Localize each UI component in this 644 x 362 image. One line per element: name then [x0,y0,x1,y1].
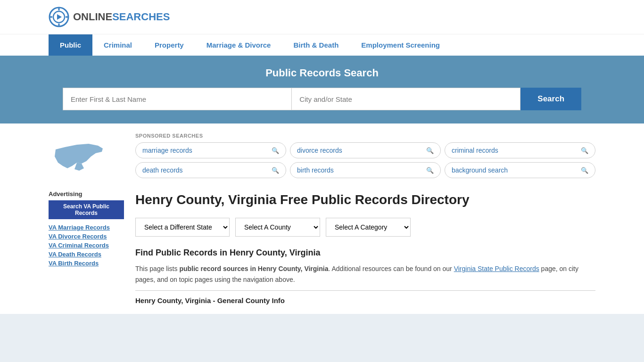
sidebar-link-divorce[interactable]: VA Divorce Records [49,233,124,240]
left-sidebar: Advertising Search VA Public Records VA … [49,133,124,304]
county-info-heading: Henry County, Virginia - General County … [135,296,595,304]
sponsored-pill-death[interactable]: death records 🔍 [135,162,286,178]
search-icon-birth: 🔍 [426,167,434,174]
body-text-2: . Additional resources can be found on o… [328,265,454,272]
search-icon-death: 🔍 [272,167,279,174]
right-content: SPONSORED SEARCHES marriage records 🔍 di… [135,133,595,304]
sponsored-pill-background[interactable]: background search 🔍 [445,162,595,178]
sponsored-pill-marriage-label: marriage records [142,147,192,154]
state-dropdown[interactable]: Select a Different State [135,218,230,237]
sponsored-pill-background-label: background search [452,166,508,174]
sponsored-pill-birth-label: birth records [297,166,334,174]
search-form: Search [63,88,581,110]
sidebar-link-criminal[interactable]: VA Criminal Records [49,242,124,249]
search-banner: Public Records Search Search [0,56,644,123]
nav-item-public[interactable]: Public [49,34,92,56]
search-banner-title: Public Records Search [49,67,595,79]
state-map [49,133,110,185]
sidebar-link-marriage[interactable]: VA Marriage Records [49,224,124,231]
logo-text: ONLINESEARCHES [73,11,170,23]
divider [135,290,595,291]
sidebar-link-birth[interactable]: VA Birth Records [49,260,124,267]
sponsored-pill-criminal[interactable]: criminal records 🔍 [445,142,595,158]
body-paragraph: This page lists public record sources in… [135,263,595,285]
body-text-1: This page lists [135,265,179,272]
body-bold: public record sources in Henry County, V… [179,265,328,272]
sponsored-label: SPONSORED SEARCHES [135,133,595,139]
nav-item-birth-death[interactable]: Birth & Death [282,34,350,56]
find-heading: Find Public Records in Henry County, Vir… [135,248,595,258]
sponsored-pill-criminal-label: criminal records [452,147,498,154]
search-icon-criminal: 🔍 [581,147,588,154]
svg-marker-6 [57,14,62,20]
location-input[interactable] [291,88,520,110]
page-heading: Henry County, Virginia Free Public Recor… [135,191,595,208]
logo[interactable]: ONLINESEARCHES [49,7,170,27]
sponsored-grid: marriage records 🔍 divorce records 🔍 cri… [135,142,595,178]
logo-icon [49,7,69,27]
sponsored-pill-birth[interactable]: birth records 🔍 [290,162,441,178]
nav-bar: Public Criminal Property Marriage & Divo… [0,34,644,56]
county-dropdown[interactable]: Select A County [235,218,320,237]
virginia-state-link[interactable]: Virginia State Public Records [454,265,539,272]
name-input[interactable] [63,88,291,110]
nav-item-marriage-divorce[interactable]: Marriage & Divorce [195,34,282,56]
nav-inner: Public Criminal Property Marriage & Divo… [30,34,614,56]
sponsored-pill-marriage[interactable]: marriage records 🔍 [135,142,286,158]
nav-item-employment[interactable]: Employment Screening [350,34,451,56]
dropdowns-row: Select a Different State Select A County… [135,218,595,237]
search-icon-background: 🔍 [581,167,588,174]
category-dropdown[interactable]: Select A Category [326,218,411,237]
sidebar-link-death[interactable]: VA Death Records [49,251,124,258]
nav-item-criminal[interactable]: Criminal [92,34,143,56]
sponsored-pill-death-label: death records [142,166,183,174]
search-icon-marriage: 🔍 [272,147,279,154]
header: ONLINESEARCHES [30,0,614,34]
ad-search-button[interactable]: Search VA Public Records [49,200,124,219]
advertising-label: Advertising [49,190,124,197]
sponsored-pill-divorce[interactable]: divorce records 🔍 [290,142,441,158]
search-button[interactable]: Search [520,88,581,110]
sponsored-pill-divorce-label: divorce records [297,147,342,154]
search-icon-divorce: 🔍 [426,147,434,154]
nav-item-property[interactable]: Property [143,34,195,56]
